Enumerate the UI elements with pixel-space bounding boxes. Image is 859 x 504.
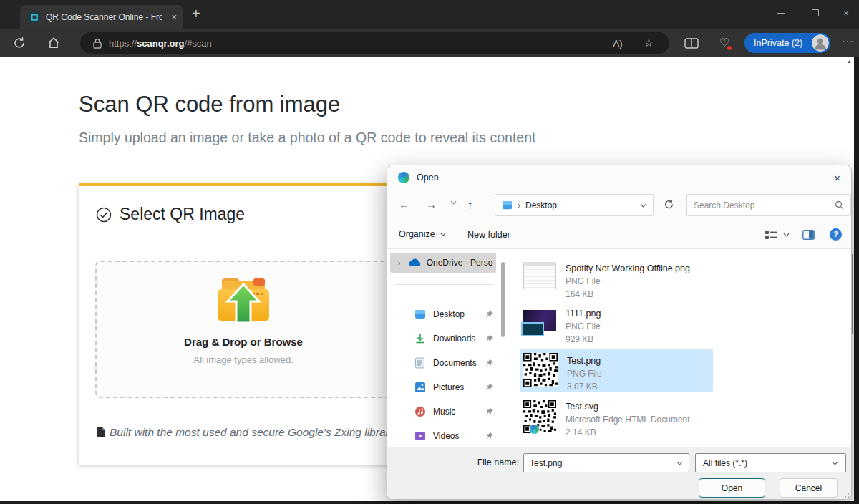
sidebar-item-onedrive[interactable]: › OneDrive - Perso [390, 253, 496, 273]
home-icon[interactable] [47, 37, 60, 49]
file-row[interactable]: Spotify Not Working Offline.png PNG File… [523, 262, 690, 301]
sidebar-item-desktop[interactable]: Desktop [387, 302, 509, 326]
file-type-chevron-icon [832, 461, 838, 465]
downloads-icon [414, 333, 426, 344]
dialog-toolbar: Organize New folder ? [387, 221, 851, 249]
file-thumbnail-qr [523, 353, 558, 387]
browser-toolbar: https://scanqr.org/#scan A) ☆ ♡ InPrivat… [0, 29, 859, 57]
edge-logo-icon [398, 172, 409, 183]
pin-icon [485, 383, 494, 392]
split-screen-icon[interactable] [684, 38, 699, 49]
preview-pane-icon[interactable] [802, 230, 815, 240]
browser-menu-icon[interactable]: ··· [842, 35, 854, 47]
dialog-footer: File name: All files (*.*) Open Cancel [387, 447, 851, 500]
expand-chevron-icon[interactable]: › [398, 258, 401, 267]
reload-icon[interactable] [13, 37, 26, 49]
resize-grip[interactable] [843, 492, 849, 498]
search-input[interactable] [694, 200, 835, 210]
dialog-body: › OneDrive - Perso Desktop Downloads [387, 249, 851, 447]
file-name-label: File name: [465, 457, 519, 467]
browser-essentials-heart-icon[interactable]: ♡ [719, 36, 729, 49]
maximize-button[interactable] [799, 0, 832, 26]
open-button[interactable]: Open [699, 478, 765, 498]
pin-icon [485, 407, 494, 416]
card-footer-note: Built with the most used and secure Goog… [96, 422, 399, 442]
sidebar-item-videos[interactable]: Videos [387, 424, 509, 448]
new-tab-button[interactable]: + [192, 6, 200, 22]
window-close-button[interactable]: × [833, 0, 859, 26]
dialog-close-icon[interactable]: × [834, 172, 840, 184]
nav-forward-icon[interactable]: → [426, 198, 437, 210]
pin-icon [485, 432, 494, 440]
refresh-icon[interactable] [664, 199, 674, 210]
card-title-row: Select QR Image [96, 205, 245, 224]
onedrive-label: OneDrive - Perso [427, 258, 493, 268]
desktop-folder-icon [502, 200, 513, 210]
nav-up-icon[interactable]: ↑ [467, 198, 473, 210]
avatar[interactable] [812, 34, 829, 52]
search-icon [835, 200, 844, 210]
upload-folder-icon [212, 271, 275, 330]
sidebar-item-downloads[interactable]: Downloads [387, 326, 509, 351]
view-options-chevron-icon[interactable] [783, 233, 790, 237]
music-icon [414, 406, 426, 417]
edge-badge-icon [529, 424, 540, 435]
help-icon[interactable]: ? [830, 228, 842, 241]
organize-button[interactable]: Organize [399, 229, 446, 239]
file-list: Spotify Not Working Offline.png PNG File… [513, 249, 851, 447]
tab-close-icon[interactable]: × [171, 11, 177, 22]
sidebar-item-documents[interactable]: Documents [387, 351, 509, 375]
file-thumbnail-screenshot [523, 262, 556, 289]
file-row[interactable]: Test.svg Microsoft Edge HTML Document 2.… [523, 400, 690, 439]
sidebar-scrollbar-thumb[interactable] [501, 262, 505, 337]
open-file-dialog: Open × ← → ↑ › Desktop [387, 165, 852, 500]
organize-chevron-icon [440, 233, 446, 236]
new-folder-button[interactable]: New folder [467, 230, 510, 240]
check-circle-icon [96, 207, 112, 223]
upload-dropzone[interactable]: Drag & Drop or Browse All image types al… [95, 261, 392, 398]
url-text: https://scanqr.org/#scan [109, 38, 212, 49]
view-options-icon[interactable] [765, 230, 777, 240]
pin-icon [485, 310, 494, 319]
favorites-star-icon[interactable]: ☆ [644, 37, 654, 49]
file-row[interactable]: 1111.png PNG File 929 KB [523, 307, 601, 346]
footer-text: Built with the most used and [110, 426, 251, 438]
address-bar[interactable]: https://scanqr.org/#scan A) ☆ [80, 32, 669, 54]
zxing-library-link[interactable]: secure Google's Zxing library. [251, 426, 397, 438]
browser-tab[interactable]: QR Code Scanner Online - From × [20, 5, 183, 29]
file-thumbnail-qr-edge [523, 400, 556, 433]
lock-icon [93, 38, 102, 49]
sidebar-item-pictures[interactable]: Pictures [387, 375, 509, 399]
documents-icon [414, 357, 425, 369]
nav-back-icon[interactable]: ← [399, 198, 409, 210]
file-name-input[interactable] [530, 458, 676, 468]
dialog-nav-bar: ← → ↑ › Desktop [387, 190, 851, 221]
page-title: Scan QR code from image [79, 92, 340, 117]
scrollbar-up-icon[interactable]: ▲ [847, 59, 852, 64]
breadcrumb-location[interactable]: Desktop [525, 200, 557, 210]
minimize-button[interactable] [765, 0, 797, 26]
site-favicon-qr-icon [29, 11, 40, 23]
pictures-icon [414, 382, 426, 393]
pin-icon [485, 359, 494, 367]
file-name-combo[interactable] [523, 453, 689, 472]
tab-title: QR Code Scanner Online - From [46, 12, 162, 22]
web-page: ▲ Scan QR code from image Simply upload … [0, 57, 854, 501]
cancel-button[interactable]: Cancel [780, 478, 838, 498]
sidebar-item-music[interactable]: Music [387, 399, 509, 424]
file-name-chevron-icon[interactable] [676, 461, 683, 465]
document-file-icon [96, 427, 105, 437]
read-aloud-icon[interactable]: A) [613, 38, 623, 49]
page-subtitle: Simply upload an image or take a photo o… [79, 130, 535, 146]
file-type-dropdown[interactable]: All files (*.*) [695, 453, 846, 472]
nav-recent-chevron-icon[interactable] [450, 200, 457, 205]
dialog-sidebar: › OneDrive - Perso Desktop Downloads [387, 249, 510, 447]
breadcrumb-chevron-icon[interactable] [640, 203, 646, 208]
inprivate-badge[interactable]: InPrivate (2) [744, 33, 830, 53]
minimize-icon [777, 13, 785, 14]
dialog-title-bar: Open × [387, 165, 851, 190]
search-box[interactable] [686, 194, 851, 216]
breadcrumb[interactable]: › Desktop [495, 194, 654, 216]
file-row-selected[interactable]: Test.png PNG File 3.07 KB [523, 353, 602, 393]
pin-icon [485, 334, 494, 343]
